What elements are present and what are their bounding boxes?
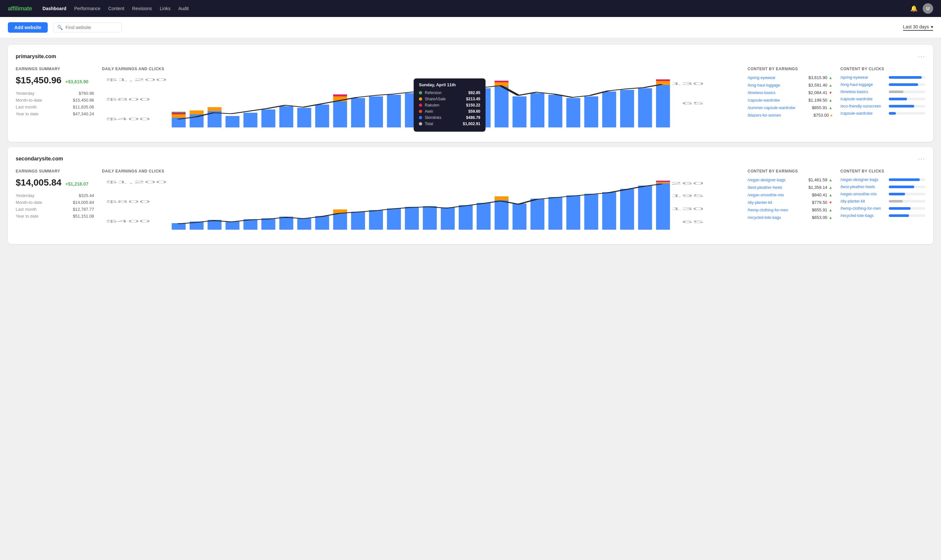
site1-more-button[interactable]: ··· [918, 52, 925, 60]
site1-row-last-month: Last month $11,835.06 [16, 105, 94, 109]
site1-mtd-value: $15,450.96 [73, 98, 94, 103]
add-website-button[interactable]: Add website [8, 22, 48, 33]
site1-earnings-total: $15,450.96 +$3,615.90 [16, 75, 94, 86]
s2-earnings-path-1[interactable]: /best-pleather-heels [747, 185, 782, 190]
s2-earnings-path-2[interactable]: /vegan-smoothie-mix [747, 193, 784, 197]
list-item: /blazers-for-women $753.00● [747, 113, 832, 118]
svg-rect-71 [495, 200, 509, 230]
navbar: affilimate Dashboard Performance Content… [0, 0, 941, 17]
logo[interactable]: affilimate [8, 5, 32, 12]
site1-lastmonth-label: Last month [16, 105, 37, 109]
earnings-amount-2: $2,084.41▼ [806, 90, 832, 95]
s2-earnings-amount-2: $840.41▲ [809, 192, 832, 197]
nav-audit[interactable]: Audit [178, 6, 189, 11]
tooltip-val-1: $213.45 [466, 97, 480, 101]
clicks-path-4[interactable]: /eco-friendly-sunscreen [840, 104, 886, 108]
s2-clicks-path-0[interactable]: /vegan-designer-bags [840, 177, 886, 182]
site2-mtd-label: Month-to-date [16, 200, 42, 205]
earnings-path-5[interactable]: /blazers-for-women [747, 113, 781, 118]
site2-header: secondarysite.com ··· [16, 155, 925, 162]
svg-rect-29 [602, 91, 616, 128]
s2-earnings-path-5[interactable]: /recycled-tote-bags [747, 215, 781, 220]
s2-earnings-path-3[interactable]: /diy-planter-kit [747, 200, 772, 205]
list-item: /spring-eyewear $3,615.90▲ [747, 75, 832, 80]
s2-earnings-path-4[interactable]: /hemp-clothing-for-men [747, 208, 788, 212]
s2-earnings-amount-3: $779.50▼ [809, 200, 832, 205]
site2-mtd-value: $14,005.84 [73, 200, 94, 205]
svg-text:195: 195 [670, 194, 704, 198]
site2-delta: +$1,218.07 [65, 182, 88, 186]
s2-clicks-path-3[interactable]: /diy-planter-kit [840, 199, 886, 203]
site1-total: $15,450.96 [16, 75, 62, 85]
svg-rect-78 [620, 189, 634, 230]
nav-performance[interactable]: Performance [74, 6, 100, 11]
tooltip-val-2: $150.22 [466, 103, 480, 108]
site2-chart-svg: $1,200 $800 $400 260 195 130 65 [102, 177, 740, 236]
s2-clicks-path-2[interactable]: /vegan-smoothie-mix [840, 192, 886, 196]
s2-clicks-path-5[interactable]: /recycled-tote-bags [840, 213, 886, 218]
list-item: /capsule-wardrobe [840, 111, 925, 115]
list-item: /hemp-clothing-for-men $655.91▲ [747, 208, 832, 212]
nav-links-item[interactable]: Links [160, 6, 171, 11]
s2-clicks-path-4[interactable]: /hemp-clothing-for-men [840, 206, 886, 211]
tooltip-row-5: Total $1,002.91 [419, 122, 480, 126]
list-item: /capsule-wardrobe $1,199.50▲ [747, 98, 832, 103]
site2-more-button[interactable]: ··· [918, 155, 925, 162]
earnings-path-2[interactable]: /timeless-basics [747, 91, 775, 95]
svg-rect-59 [279, 217, 294, 230]
earnings-path-3[interactable]: /capsule-wardrobe [747, 98, 780, 103]
svg-rect-8 [226, 116, 240, 128]
svg-text:65: 65 [681, 220, 704, 224]
svg-rect-26 [548, 95, 562, 128]
tooltip-name-3: Awin [425, 109, 468, 114]
earnings-path-0[interactable]: /spring-eyewear [747, 75, 775, 80]
s2-earnings-path-0[interactable]: /vegan-designer-bags [747, 178, 786, 182]
nav-dashboard[interactable]: Dashboard [43, 6, 66, 11]
list-item: /summer-capsule-wardrobe $855.91▲ [747, 105, 832, 110]
avatar[interactable]: U [923, 3, 933, 14]
svg-text:260: 260 [670, 182, 704, 185]
tooltip-name-4: Skimlinks [425, 115, 466, 120]
clicks-path-2[interactable]: /timeless-basics [840, 89, 886, 94]
svg-rect-41 [172, 113, 186, 114]
svg-text:$800: $800 [106, 98, 150, 101]
earnings-path-1[interactable]: /long-haul-luggage [747, 83, 780, 88]
search-box: 🔍 [53, 23, 122, 32]
tooltip-dot-3 [419, 110, 422, 113]
clicks-path-0[interactable]: /spring-eyewear [840, 75, 886, 80]
bell-icon[interactable]: 🔔 [910, 5, 918, 12]
toolbar: Add website 🔍 Last 30 days ▾ [0, 17, 941, 38]
earnings-amount-0: $3,615.90▲ [806, 75, 832, 80]
tooltip-val-5: $1,002.91 [463, 122, 480, 126]
site2-total: $14,005.84 [16, 177, 62, 188]
list-item: /best-pleather-heels [840, 185, 925, 189]
tooltip-name-0: Refersion [425, 91, 468, 95]
date-filter[interactable]: Last 30 days ▾ [903, 24, 933, 31]
nav-revisions[interactable]: Revisions [132, 6, 152, 11]
tooltip-dot-0 [419, 91, 422, 94]
list-item: /timeless-basics $2,084.41▼ [747, 90, 832, 95]
tooltip-row-0: Refersion $92.85 [419, 91, 480, 95]
clicks-path-1[interactable]: /long-haul-luggage [840, 82, 886, 87]
tooltip-name-2: Rakuten [425, 103, 466, 108]
svg-rect-63 [351, 212, 365, 230]
clicks-path-5[interactable]: /capsule-wardrobe [840, 111, 886, 115]
bar-fill-2 [889, 91, 903, 93]
site2-clicks-section: Content by clicks /vegan-designer-bags /… [840, 169, 925, 236]
site2-ytd-value: $51,151.08 [73, 214, 94, 218]
clicks-path-3[interactable]: /capsule-wardrobe [840, 97, 886, 101]
s2-bar-bg-3 [889, 200, 925, 203]
list-item: /eco-friendly-sunscreen [840, 104, 925, 108]
svg-text:$1,200: $1,200 [106, 180, 167, 184]
list-item: /diy-planter-kit [840, 199, 925, 203]
list-item: /vegan-designer-bags $1,461.59▲ [747, 177, 832, 182]
search-input[interactable] [65, 25, 118, 30]
earnings-path-4[interactable]: /summer-capsule-wardrobe [747, 106, 795, 110]
svg-rect-80 [656, 183, 670, 230]
list-item: /timeless-basics [840, 89, 925, 94]
svg-rect-73 [530, 198, 545, 230]
s2-clicks-path-1[interactable]: /best-pleather-heels [840, 185, 886, 189]
nav-content[interactable]: Content [108, 6, 124, 11]
earnings-amount-5: $753.00● [811, 113, 832, 118]
site2-row-mtd: Month-to-date $14,005.84 [16, 200, 94, 205]
